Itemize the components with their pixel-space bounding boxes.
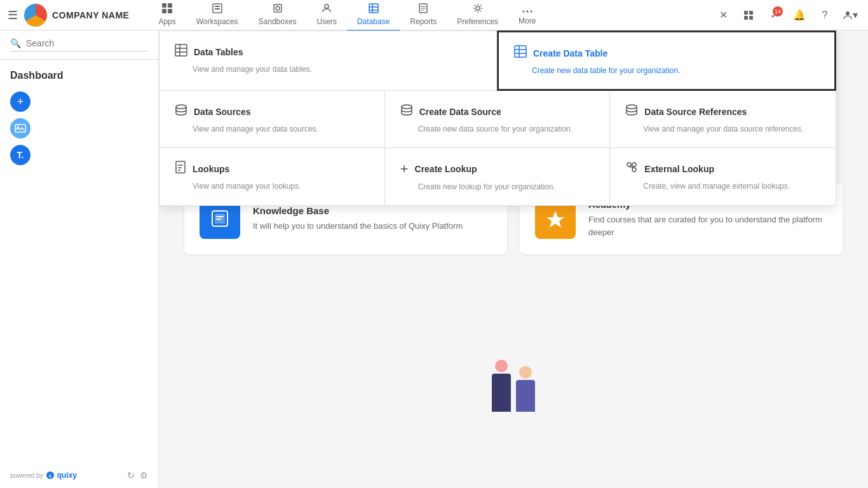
create-data-source-title: Create Data Source [419, 107, 501, 117]
sidebar-buttons: + T. [0, 92, 158, 165]
svg-rect-7 [274, 4, 281, 12]
svg-point-8 [276, 6, 280, 10]
svg-marker-55 [546, 211, 564, 227]
user-icon[interactable]: ▾ [840, 5, 860, 25]
svg-rect-24 [744, 16, 748, 20]
settings-icon[interactable]: ⚙ [140, 470, 148, 480]
data-sources-header: Data Sources [175, 104, 369, 119]
apps-nav-label: Apps [158, 17, 175, 26]
search-input[interactable] [26, 38, 148, 48]
svg-point-9 [325, 4, 329, 8]
svg-rect-54 [216, 219, 221, 220]
illustration [463, 361, 564, 412]
svg-rect-22 [744, 11, 748, 15]
create-data-table-item[interactable]: Create Data Table Create new data table … [497, 30, 836, 91]
nav-right: ✕ ✓ 14 🔔 ? ▾ [713, 5, 860, 25]
company-name: COMPANY NAME [52, 10, 129, 20]
data-sources-title: Data Sources [194, 107, 250, 117]
nav-item-preferences[interactable]: Preferences [447, 0, 508, 31]
create-lookup-title: Create Lookup [415, 164, 477, 174]
logo-circle [24, 4, 47, 27]
nav-item-reports[interactable]: Reports [400, 0, 447, 31]
illustration-area [463, 361, 564, 412]
svg-point-39 [176, 105, 186, 109]
data-sources-icon [175, 104, 187, 119]
apps-nav-icon [162, 3, 172, 16]
data-source-references-icon [625, 104, 638, 119]
nav-item-apps[interactable]: Apps [148, 0, 186, 31]
more-nav-label: More [519, 17, 536, 25]
create-data-source-item[interactable]: Create Data Source Create new data sourc… [385, 91, 611, 147]
preferences-nav-label: Preferences [457, 17, 498, 26]
notification-badge: 14 [773, 6, 783, 17]
add-button[interactable]: + [10, 92, 31, 112]
sidebar-footer: powered by q quixy ↻ ⚙ [0, 463, 158, 488]
data-tables-title: Data Tables [194, 47, 243, 57]
external-lookup-item[interactable]: External Lookup Create, view and manage … [610, 148, 836, 205]
external-lookup-header: External Lookup [625, 161, 820, 177]
data-source-references-header: Data Source References [625, 104, 820, 119]
top-nav: ☰ COMPANY NAME AppsWorkspacesSandboxesUs… [0, 0, 868, 30]
preferences-nav-icon [473, 3, 483, 16]
svg-rect-23 [749, 11, 753, 15]
create-lookup-item[interactable]: + Create Lookup Create new lookup for yo… [385, 148, 611, 205]
svg-point-48 [632, 163, 636, 166]
sidebar: 🔍 Dashboard + T. powered by [0, 30, 159, 488]
powered-by-text: powered by [10, 472, 43, 479]
svg-rect-3 [168, 9, 172, 13]
figure-2 [516, 380, 535, 412]
lookups-item[interactable]: Lookups View and manage your lookups. [159, 148, 385, 205]
sidebar-title: Dashboard [0, 70, 158, 92]
data-tables-icon [175, 44, 187, 60]
nav-item-database[interactable]: Database [347, 0, 400, 31]
check-icon[interactable]: ✓ 14 [764, 5, 784, 25]
data-sources-item[interactable]: Data Sources View and manage your data s… [159, 91, 385, 147]
sandboxes-nav-label: Sandboxes [259, 17, 297, 26]
grid-icon[interactable] [738, 5, 759, 25]
sandboxes-nav-icon [273, 3, 283, 16]
help-icon[interactable]: ? [815, 5, 835, 25]
hamburger-icon[interactable]: ☰ [8, 8, 18, 22]
lookups-desc: View and manage your lookups. [175, 180, 369, 192]
nav-item-more[interactable]: More [508, 0, 546, 30]
data-source-references-desc: View and manage your data source referen… [625, 123, 820, 135]
data-tables-header: Data Tables [175, 44, 482, 60]
svg-text:q: q [49, 473, 51, 478]
knowledge-base-desc: It will help you to understand the basic… [253, 220, 463, 233]
svg-point-26 [846, 11, 850, 15]
main-layout: 🔍 Dashboard + T. powered by [0, 30, 868, 488]
users-nav-label: Users [317, 17, 337, 26]
refresh-icon[interactable]: ↻ [127, 470, 135, 480]
image-button[interactable] [10, 118, 31, 139]
svg-rect-42 [176, 161, 185, 173]
nav-item-workspaces[interactable]: Workspaces [186, 0, 248, 31]
quixy-logo-text: quixy [57, 471, 77, 480]
svg-rect-53 [216, 216, 224, 217]
database-nav-label: Database [357, 17, 390, 26]
create-data-table-title: Create Data Table [533, 48, 607, 58]
external-lookup-icon [625, 161, 638, 177]
create-lookup-icon: + [400, 161, 409, 177]
nav-item-users[interactable]: Users [307, 0, 347, 31]
nav-item-sandboxes[interactable]: Sandboxes [248, 0, 307, 31]
external-lookup-title: External Lookup [644, 164, 714, 174]
reports-nav-icon [419, 3, 428, 16]
svg-rect-31 [175, 44, 187, 56]
data-source-references-item[interactable]: Data Source References View and manage y… [610, 91, 836, 147]
data-source-references-title: Data Source References [644, 107, 747, 117]
create-lookup-header: + Create Lookup [400, 161, 595, 177]
data-tables-item[interactable]: Data Tables View and manage your data ta… [159, 31, 498, 90]
nav-items: AppsWorkspacesSandboxesUsersDatabaseRepo… [148, 0, 713, 31]
svg-rect-1 [168, 3, 172, 8]
text-button[interactable]: T. [10, 145, 31, 165]
search-icon: 🔍 [10, 38, 21, 48]
svg-point-19 [522, 10, 524, 12]
reports-nav-label: Reports [410, 17, 437, 26]
data-tables-desc: View and manage your data tables. [175, 64, 482, 75]
footer-icons: ↻ ⚙ [127, 470, 148, 480]
svg-rect-2 [162, 9, 166, 13]
bell-icon[interactable]: 🔔 [789, 5, 810, 25]
close-icon[interactable]: ✕ [713, 5, 733, 25]
create-data-table-icon [514, 45, 527, 61]
knowledge-base-content: Knowledge Base It will help you to under… [253, 205, 463, 233]
